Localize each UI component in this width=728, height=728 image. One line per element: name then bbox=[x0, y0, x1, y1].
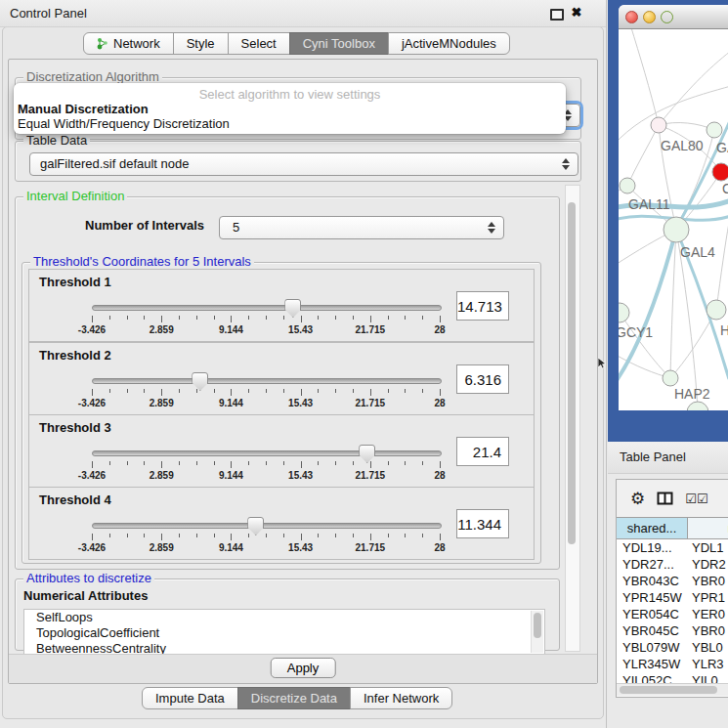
cell[interactable]: YER0 bbox=[688, 606, 728, 622]
threshold-value-field[interactable]: 11.344 bbox=[456, 509, 509, 538]
slider-ticks bbox=[92, 389, 440, 397]
tab-network[interactable]: Network bbox=[83, 32, 174, 55]
node-label: GCY1 bbox=[619, 324, 653, 340]
slider-ticks bbox=[92, 534, 440, 541]
threshold-value-field[interactable]: 6.316 bbox=[456, 364, 509, 394]
threshold-slider[interactable]: -3.4262.8599.14415.4321.71528 bbox=[92, 372, 440, 411]
numerical-attributes-label: Numerical Attributes bbox=[23, 588, 148, 603]
apply-button[interactable]: Apply bbox=[271, 658, 336, 678]
tab-cyni-toolbox[interactable]: Cyni Toolbox bbox=[289, 32, 389, 55]
node-label: C bbox=[722, 181, 728, 196]
window-title: Control Panel bbox=[10, 0, 87, 26]
apply-bar: Apply bbox=[9, 654, 597, 683]
node-label: GAL11 bbox=[628, 196, 670, 212]
cell[interactable]: YDR27... bbox=[617, 556, 688, 573]
tab-impute-data[interactable]: Impute Data bbox=[142, 687, 238, 709]
bottom-tabbar: Impute Data Discretize Data Infer Networ… bbox=[142, 687, 452, 709]
top-tabbar: Network Style Select Cyni Toolbox jActiv… bbox=[83, 32, 510, 55]
list-item[interactable]: TopologicalCoefficient bbox=[24, 625, 544, 641]
cell[interactable]: YDR2 bbox=[688, 556, 728, 573]
cell[interactable]: YIL052C bbox=[617, 672, 688, 683]
scrollbar-thumb[interactable] bbox=[568, 202, 576, 544]
cell[interactable]: YDL19... bbox=[617, 539, 688, 556]
threshold-row: Threshold 1 -3.4262.8599.14415.4321.7152… bbox=[28, 269, 535, 342]
table-row[interactable]: YDR27...YDR2 bbox=[617, 556, 728, 573]
cell[interactable]: YPR1 bbox=[688, 589, 728, 606]
cell[interactable]: YLR3 bbox=[688, 656, 728, 672]
list-item[interactable]: BetweennessCentrality bbox=[24, 641, 544, 655]
table-hscrollbar[interactable] bbox=[617, 683, 728, 696]
network-node-gal4 bbox=[664, 217, 689, 242]
cell[interactable]: YBR0 bbox=[688, 622, 728, 639]
network-node-gal11 bbox=[620, 178, 635, 193]
num-intervals-combobox[interactable]: 5 bbox=[219, 216, 504, 239]
tab-label: Select bbox=[241, 33, 277, 54]
select-columns-icon[interactable]: ☑☑ bbox=[685, 492, 707, 506]
split-columns-icon[interactable] bbox=[657, 492, 673, 505]
gear-icon[interactable]: ⚙ bbox=[630, 491, 645, 507]
tab-label: Impute Data bbox=[155, 688, 225, 708]
network-canvas[interactable]: GAL80 GA C GAL11 GAL4 GCY1 H HAP2 bbox=[619, 29, 728, 410]
table-row[interactable]: YDL19...YDL1 bbox=[617, 539, 728, 556]
table-data-combobox[interactable]: galFiltered.sif default node bbox=[29, 152, 578, 176]
cell[interactable]: YER054C bbox=[617, 606, 688, 622]
cell[interactable]: YDL1 bbox=[688, 539, 728, 556]
table-data-group: Table Data galFiltered.sif default node bbox=[15, 141, 581, 182]
cell[interactable]: YBR043C bbox=[617, 573, 688, 589]
column-header-shared-name[interactable]: shared... bbox=[617, 518, 688, 538]
list-scrollbar[interactable] bbox=[531, 611, 543, 653]
slider-track[interactable] bbox=[92, 450, 442, 456]
table-row[interactable]: YLR345WYLR3 bbox=[617, 656, 728, 672]
slider-track[interactable] bbox=[92, 523, 442, 529]
table-row[interactable]: YBL079WYBL0 bbox=[617, 639, 728, 656]
network-node-gal80 bbox=[651, 117, 666, 133]
close-icon[interactable]: ✖ bbox=[570, 4, 583, 21]
table-panel-header: Table Panel bbox=[608, 442, 728, 474]
network-node bbox=[687, 402, 708, 410]
table-row[interactable]: YER054CYER0 bbox=[617, 606, 728, 622]
tab-jactivemnodules[interactable]: jActiveMNodules bbox=[388, 32, 510, 55]
attributes-group: Attributes to discretize Numerical Attri… bbox=[15, 578, 560, 651]
tab-label: jActiveMNodules bbox=[402, 33, 496, 54]
network-node-selected bbox=[712, 163, 728, 181]
column-header-name[interactable]: na bbox=[688, 518, 728, 538]
list-item[interactable]: SelfLoops bbox=[24, 610, 544, 625]
numerical-attributes-list[interactable]: SelfLoops TopologicalCoefficient Between… bbox=[23, 609, 545, 655]
cell[interactable]: YBL079W bbox=[617, 639, 688, 656]
cell[interactable]: YBL0 bbox=[688, 639, 728, 656]
cell[interactable]: YBR045C bbox=[617, 622, 688, 639]
tab-select[interactable]: Select bbox=[228, 32, 290, 55]
slider-track[interactable] bbox=[92, 378, 442, 384]
tab-style[interactable]: Style bbox=[173, 32, 229, 55]
threshold-value-field[interactable]: 14.713 bbox=[456, 291, 509, 321]
table-row[interactable]: YIL052CYIL0 bbox=[617, 672, 728, 683]
threshold-slider[interactable]: -3.4262.8599.14415.4321.71528 bbox=[92, 517, 440, 556]
dropdown-item-equal-width[interactable]: Equal Width/Frequency Discretization bbox=[18, 116, 230, 131]
slider-track[interactable] bbox=[92, 305, 442, 311]
network-window-titlebar[interactable] bbox=[619, 5, 728, 29]
num-intervals-label: Number of Intervals bbox=[85, 218, 204, 233]
minimize-traffic-light-icon[interactable] bbox=[643, 11, 656, 23]
dropdown-item-manual[interactable]: Manual Discretization bbox=[18, 102, 149, 116]
threshold-slider[interactable]: -3.4262.8599.14415.4321.71528 bbox=[92, 445, 440, 484]
threshold-slider[interactable]: -3.4262.8599.14415.4321.71528 bbox=[92, 299, 440, 338]
tab-infer-network[interactable]: Infer Network bbox=[350, 687, 452, 709]
tab-discretize-data[interactable]: Discretize Data bbox=[237, 687, 351, 709]
cyni-toolbox-panel: Discretization Algorithm Select algorith… bbox=[8, 59, 598, 684]
threshold-value-field[interactable]: 21.4 bbox=[456, 437, 509, 466]
cell[interactable]: YBR0 bbox=[688, 573, 728, 589]
float-window-icon[interactable] bbox=[550, 9, 564, 21]
close-traffic-light-icon[interactable] bbox=[625, 11, 638, 23]
table-row[interactable]: YBR043CYBR0 bbox=[617, 573, 728, 589]
panel-scrollbar[interactable] bbox=[565, 185, 580, 652]
cell[interactable]: YPR145W bbox=[617, 589, 688, 606]
table-row[interactable]: YBR045CYBR0 bbox=[617, 622, 728, 639]
group-title: Discretization Algorithm bbox=[23, 70, 162, 84]
table-row[interactable]: YPR145WYPR1 bbox=[617, 589, 728, 606]
cell[interactable]: YLR345W bbox=[617, 656, 688, 672]
scrollbar-thumb[interactable] bbox=[534, 613, 541, 638]
scrollbar-thumb[interactable] bbox=[620, 686, 717, 694]
zoom-traffic-light-icon[interactable] bbox=[661, 11, 673, 23]
group-title: Interval Definition bbox=[23, 190, 127, 203]
cell[interactable]: YIL0 bbox=[688, 672, 728, 683]
